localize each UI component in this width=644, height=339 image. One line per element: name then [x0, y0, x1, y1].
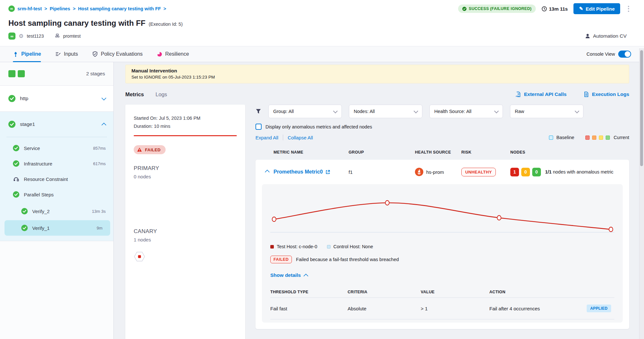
chevron-down-icon — [494, 108, 499, 113]
page-header: ∞ srm-hf-test > Pipelines > Host samplin… — [0, 0, 644, 46]
stage-count-label: 2 stages — [86, 71, 105, 77]
threshold-type: Fail fast — [270, 306, 348, 311]
primary-label: PRIMARY — [134, 165, 237, 172]
gear-icon: ⚙ — [19, 33, 24, 39]
canary-label: CANARY — [134, 228, 237, 235]
metric-row: Prometheus Metric0 f1 hs-prom UNHEALTHY … — [255, 160, 629, 184]
show-details-link[interactable]: Show details — [270, 272, 614, 278]
group-filter-dropdown[interactable]: Group: All — [268, 105, 342, 118]
sidebar-step-service[interactable]: Service 857ms — [0, 140, 113, 156]
control-host-label: Control Host: None — [333, 244, 373, 249]
metric-analysis-panel: Test Host: c-node-0 Control Host: None F… — [262, 184, 623, 323]
success-check-icon — [13, 191, 19, 198]
prometheus-icon — [415, 168, 423, 176]
tab-inputs[interactable]: Inputs — [55, 46, 78, 62]
breadcrumb-pipeline-name[interactable]: Host sampling canary testing with FF — [78, 6, 161, 11]
baseline-swatch — [549, 136, 553, 140]
collapse-metric-chevron[interactable] — [265, 169, 274, 175]
resource-constraint-icon — [13, 176, 19, 182]
chevron-down-icon — [333, 108, 338, 113]
infrastructure-icon — [55, 33, 60, 39]
sidebar-step-verify-1[interactable]: Verify_1 9m — [5, 220, 110, 236]
tab-pipeline[interactable]: Pipeline — [13, 46, 41, 62]
external-api-calls-link[interactable]: API External API Calls — [515, 91, 567, 97]
breadcrumb: ∞ srm-hf-test > Pipelines > Host samplin… — [8, 5, 166, 12]
sidebar-stage-stage1[interactable]: stage1 — [0, 112, 113, 137]
console-view-toggle[interactable] — [618, 51, 631, 58]
shield-check-icon — [92, 51, 98, 57]
current-yellow-swatch — [599, 136, 603, 140]
success-check-icon — [13, 160, 19, 167]
tab-policy-evaluations[interactable]: Policy Evaluations — [92, 46, 143, 62]
sidebar-step-parallel-steps[interactable]: Parallel Steps — [0, 187, 113, 202]
stage-count-row: 2 stages — [0, 62, 113, 86]
current-orange-swatch — [592, 136, 596, 140]
current-green-swatch — [606, 136, 610, 140]
stage-square-icon — [18, 70, 25, 77]
expand-all-link[interactable]: Expand All — [255, 135, 278, 140]
started-on: Started On: Jul 5, 2023 1:06 PM — [134, 116, 237, 121]
execution-duration: 13m 11s — [542, 6, 568, 12]
collapse-all-link[interactable]: Collapse All — [288, 135, 313, 140]
source-name: promtest — [63, 33, 81, 39]
filter-icon — [255, 108, 261, 114]
baseline-current-legend: Baseline Current — [549, 135, 629, 140]
health-source: hs-prom — [415, 168, 461, 176]
nodes-filter-dropdown[interactable]: Nodes: All — [349, 105, 422, 118]
api-document-icon: API — [515, 91, 521, 97]
console-view-label: Console View — [587, 52, 615, 57]
success-check-icon — [21, 225, 28, 231]
tab-logs[interactable]: Logs — [156, 91, 167, 98]
chevron-up-icon[interactable] — [101, 122, 107, 127]
data-type-dropdown[interactable]: Raw — [510, 105, 583, 118]
metric-line-chart — [270, 191, 614, 240]
sidebar-step-infrastructure[interactable]: Infrastructure 617ms — [0, 156, 113, 171]
test-host-swatch — [270, 245, 274, 249]
harness-service-icon: ∞ — [8, 33, 15, 40]
inputs-icon — [55, 51, 61, 57]
control-host-swatch — [327, 245, 331, 249]
breadcrumb-project[interactable]: srm-hf-test — [17, 6, 42, 11]
pipeline-icon — [13, 52, 18, 57]
metric-card: Prometheus Metric0 f1 hs-prom UNHEALTHY … — [255, 160, 629, 329]
chevron-down-icon[interactable] — [101, 95, 107, 100]
warning-triangle-icon — [137, 147, 142, 152]
tab-resilience[interactable]: Resilience — [157, 46, 189, 62]
canary-node-hexagon[interactable] — [134, 251, 145, 264]
metric-name-link[interactable]: Prometheus Metric0 — [274, 169, 349, 175]
threshold-action: Fail after 4 occurrences — [489, 306, 540, 311]
anomalous-only-checkbox[interactable] — [255, 124, 262, 130]
chevron-down-icon — [575, 108, 579, 113]
execution-id: (Execution Id: 5) — [149, 22, 183, 27]
execution-stage-sidebar: 2 stages http stage1 Service 857ms — [0, 62, 114, 339]
test-host-label: Test Host: c-node-0 — [277, 244, 317, 249]
sidebar-stage-http[interactable]: http — [0, 86, 113, 112]
health-source-filter-dropdown[interactable]: Health Source: All — [429, 105, 503, 118]
breadcrumb-pipelines[interactable]: Pipelines — [50, 6, 70, 11]
main-tabbar: Pipeline Inputs Policy Evaluations Resil… — [0, 46, 644, 62]
vertical-scrollbar[interactable] — [639, 48, 644, 339]
edit-pipeline-button[interactable]: ✎ Edit Pipeline — [573, 3, 620, 14]
tab-metrics[interactable]: Metrics — [125, 91, 144, 98]
success-check-icon — [8, 121, 15, 128]
breadcrumb-separator: > — [44, 6, 47, 11]
scrollbar-thumb[interactable] — [640, 50, 643, 166]
execution-logs-link[interactable]: Execution Logs — [583, 91, 629, 97]
primary-node-count: 0 nodes — [134, 174, 237, 179]
metrics-table-header: METRIC NAME GROUP HEALTH SOURCE RISK NOD… — [255, 150, 629, 155]
verification-status-badge: FAILED — [134, 145, 166, 154]
more-options-menu[interactable] — [626, 5, 631, 13]
breadcrumb-separator: > — [163, 6, 166, 11]
triggered-by-user: Automation CV — [585, 33, 631, 39]
healthy-node-count: 0 — [532, 168, 541, 176]
pipeline-execution-page: ∞ srm-hf-test > Pipelines > Host samplin… — [0, 0, 644, 339]
threshold-table-row: Fail fast Absolute > 1 Fail after 4 occu… — [270, 298, 614, 319]
banner-title: Manual Intervention — [131, 68, 623, 73]
breadcrumb-separator: > — [73, 6, 75, 11]
canary-node-count: 1 nodes — [134, 237, 237, 242]
pencil-icon: ✎ — [579, 6, 583, 12]
sidebar-step-resource-constraint[interactable]: Resource Constraint — [0, 171, 113, 187]
sidebar-step-verify-2[interactable]: Verify_2 13m 3s — [0, 203, 113, 219]
failed-badge: FAILED — [270, 256, 292, 263]
person-icon — [585, 33, 591, 39]
